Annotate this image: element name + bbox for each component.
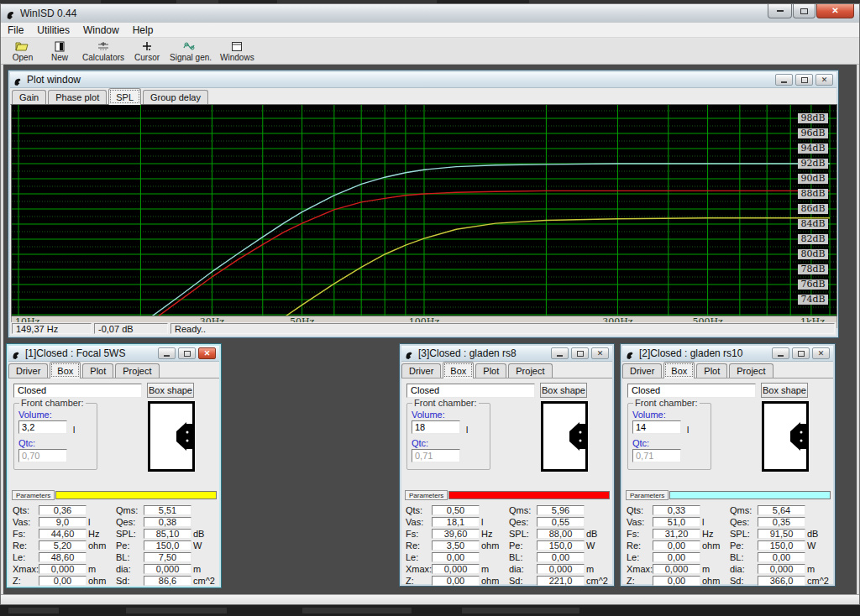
volume-input[interactable]: 14 — [632, 420, 681, 434]
param-value-field[interactable]: 7,50 — [144, 552, 191, 562]
open-button[interactable]: Open — [4, 39, 41, 64]
parameters-tab[interactable]: Parameters — [405, 490, 448, 500]
param-value-field[interactable]: 85,10 — [144, 529, 191, 539]
menu-file[interactable]: File — [1, 23, 30, 38]
param-value-field[interactable]: 0,000 — [537, 564, 585, 574]
param-value-field[interactable]: 0,000 — [144, 564, 191, 574]
new-button[interactable]: New — [41, 39, 78, 64]
param-value-field[interactable]: 5,96 — [537, 505, 585, 515]
signal-gen-button[interactable]: Signal gen. — [165, 39, 216, 64]
param-value-field[interactable]: 88,00 — [537, 529, 585, 539]
driver2-minimize-button[interactable] — [551, 347, 569, 359]
param-value-field[interactable]: 0,00 — [653, 552, 700, 562]
box-shape-button[interactable]: Box shape — [761, 383, 808, 398]
tab-gain[interactable]: Gain — [12, 90, 46, 104]
param-value-field[interactable]: 44,60 — [39, 529, 87, 539]
param-value-field[interactable]: 0,50 — [432, 505, 480, 515]
param-value-field[interactable]: 9,0 — [39, 517, 87, 527]
driver3-maximize-button[interactable] — [792, 347, 810, 359]
param-value-field[interactable]: 0,00 — [653, 540, 700, 551]
spl-chart[interactable]: 98dB96dB94dB92dB90dB88dB86dB84dB82dB80dB… — [11, 104, 837, 316]
tab-driver[interactable]: Driver — [401, 363, 441, 378]
tab-box[interactable]: Box — [663, 362, 695, 378]
volume-input[interactable]: 18 — [412, 420, 460, 434]
param-value-field[interactable]: 0,00 — [758, 552, 805, 562]
param-value-field[interactable]: 0,00 — [432, 552, 480, 562]
driver3-close-button[interactable]: ✕ — [812, 347, 830, 359]
param-value-field[interactable]: 150,0 — [758, 540, 805, 551]
menu-window[interactable]: Window — [76, 23, 126, 38]
tab-plot[interactable]: Plot — [82, 363, 113, 378]
tab-group-delay[interactable]: Group delay — [143, 90, 208, 104]
param-value-field[interactable]: 18,1 — [432, 517, 480, 527]
driver1-minimize-button[interactable] — [158, 347, 176, 359]
param-value-field[interactable]: 0,38 — [144, 517, 191, 527]
param-value-field[interactable]: 0,000 — [653, 564, 700, 574]
minimize-button[interactable] — [768, 4, 792, 18]
tab-project[interactable]: Project — [115, 363, 159, 378]
param-value-field[interactable]: 0,000 — [39, 564, 87, 574]
tab-project[interactable]: Project — [729, 363, 773, 378]
box-type-combo[interactable]: Closed — [406, 384, 535, 398]
driver3-minimize-button[interactable] — [772, 347, 789, 359]
param-value-field[interactable]: 39,60 — [432, 529, 480, 539]
box-type-combo[interactable]: Closed — [627, 384, 756, 398]
tab-plot[interactable]: Plot — [696, 363, 727, 378]
param-value-field[interactable]: 5,51 — [144, 505, 191, 515]
box-type-combo[interactable]: Closed — [13, 384, 142, 398]
menu-utilities[interactable]: Utilities — [30, 23, 76, 38]
param-value-field[interactable]: 0,35 — [758, 517, 805, 527]
close-button[interactable]: ✕ — [816, 4, 854, 18]
param-value-field[interactable]: 366,0 — [758, 576, 805, 586]
param-value-field[interactable]: 0,00 — [653, 576, 700, 586]
param-value-field[interactable]: 86,6 — [144, 576, 191, 586]
tab-box[interactable]: Box — [50, 362, 81, 378]
param-value-field[interactable]: 0,36 — [39, 505, 87, 515]
parameters-tab[interactable]: Parameters — [626, 490, 669, 500]
param-value-field[interactable]: 150,0 — [144, 540, 191, 551]
param-value-field[interactable]: 48,60 — [39, 552, 87, 562]
menu-help[interactable]: Help — [126, 23, 160, 38]
tab-project[interactable]: Project — [508, 363, 552, 378]
box-shape-button[interactable]: Box shape — [147, 383, 194, 398]
param-value-field[interactable]: 91,50 — [758, 529, 805, 539]
param-value-field[interactable]: 0,33 — [653, 505, 700, 515]
cursor-button[interactable]: Cursor — [128, 39, 165, 64]
param-value-field[interactable]: 0,00 — [432, 576, 480, 586]
qtc-input[interactable]: 0,71 — [412, 449, 460, 462]
qtc-input[interactable]: 0,70 — [18, 449, 67, 462]
param-value-field[interactable]: 0,00 — [537, 552, 585, 562]
param-value-field[interactable]: 0,000 — [432, 564, 480, 574]
box-shape-button[interactable]: Box shape — [540, 383, 587, 398]
param-value-field[interactable]: 0,000 — [758, 564, 805, 574]
tab-driver[interactable]: Driver — [622, 363, 662, 378]
param-value-field[interactable]: 31,20 — [653, 529, 700, 539]
param-value-field[interactable]: 0,00 — [39, 576, 87, 586]
driver1-close-button[interactable]: ✕ — [198, 347, 216, 359]
driver2-maximize-button[interactable] — [571, 347, 589, 359]
windows-button[interactable]: Windows — [216, 39, 259, 64]
maximize-button[interactable] — [793, 4, 815, 18]
param-value-field[interactable]: 5,20 — [39, 540, 87, 551]
parameters-tab[interactable]: Parameters — [12, 490, 55, 500]
qtc-input[interactable]: 0,71 — [632, 449, 681, 462]
tab-spl[interactable]: SPL — [108, 88, 141, 105]
param-value-field[interactable]: 51,0 — [653, 517, 700, 527]
param-value-field[interactable]: 3,50 — [432, 540, 480, 551]
volume-input[interactable]: 3,2 — [18, 420, 67, 434]
driver2-close-button[interactable]: ✕ — [591, 347, 609, 359]
tab-box[interactable]: Box — [443, 362, 474, 378]
plot-maximize-button[interactable] — [795, 74, 813, 86]
param-value-field[interactable]: 150,0 — [537, 540, 585, 551]
param-value-field[interactable]: 0,55 — [537, 517, 585, 527]
calculators-button[interactable]: Calculators — [78, 39, 128, 64]
plot-close-button[interactable]: ✕ — [815, 74, 833, 86]
param-value-field[interactable]: 5,64 — [758, 505, 805, 515]
param-value-field[interactable]: 221,0 — [537, 576, 585, 586]
volume-label: Volume: — [412, 410, 445, 420]
plot-minimize-button[interactable] — [775, 74, 793, 86]
driver1-maximize-button[interactable] — [178, 347, 196, 359]
tab-driver[interactable]: Driver — [8, 363, 48, 378]
tab-plot[interactable]: Plot — [475, 363, 506, 378]
tab-phase-plot[interactable]: Phase plot — [48, 90, 107, 104]
